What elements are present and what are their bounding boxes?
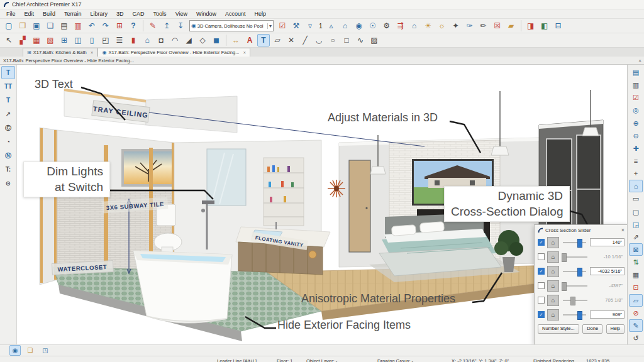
bedroom-door[interactable] (349, 160, 370, 252)
text-leader-icon[interactable]: ⇗ (629, 231, 643, 243)
sunlight-icon[interactable]: ☀ (422, 19, 435, 32)
frame-toggle-icon[interactable]: ▢ (629, 206, 643, 218)
section-value-field[interactable]: -10 1/16" (591, 253, 625, 260)
garage-door-tool-icon[interactable]: ◰ (99, 34, 112, 47)
menu-file[interactable]: File (3, 11, 19, 17)
appliance-tool-icon[interactable]: ◘ (155, 34, 167, 47)
slider-handle[interactable] (577, 239, 582, 248)
close-icon[interactable]: × (243, 50, 246, 55)
section-slider[interactable] (563, 285, 587, 287)
rich-text-tool-icon[interactable]: A (243, 34, 256, 47)
gazebo-roof-icon[interactable]: ◠ (169, 34, 181, 47)
section-checkbox[interactable]: ✓ (538, 239, 545, 246)
zoom-in-icon[interactable]: ⊕ (629, 117, 643, 129)
undo-icon[interactable]: ↶ (86, 19, 98, 32)
stairs-tool-icon[interactable]: ☰ (113, 34, 126, 47)
floor-down-icon[interactable]: ▿ (304, 19, 316, 32)
spray-tool-icon[interactable]: ✦ (450, 19, 462, 32)
camera-preset-dropdown[interactable]: ◉ 3D Camera, Dollhouse No Pool ▾ (189, 20, 274, 31)
disable-tool-icon[interactable]: ⊘ (629, 307, 643, 319)
arc-tool-icon[interactable]: ◡ (313, 34, 325, 47)
section-slider[interactable] (563, 300, 587, 301)
new-file-icon[interactable]: ▢ (3, 19, 15, 32)
dialog-close-icon[interactable]: × (621, 227, 625, 233)
menu-tools[interactable]: Tools (150, 11, 170, 17)
center-view-icon[interactable]: + (629, 167, 643, 180)
save-icon[interactable]: ▣ (30, 19, 43, 32)
grid-toggle-icon[interactable]: ▦ (629, 268, 643, 281)
tray-ceiling-soffit[interactable] (64, 89, 237, 133)
fencing-tool-icon[interactable]: ▧ (44, 34, 57, 47)
export-box-icon[interactable]: ◳ (40, 345, 51, 356)
text-style-tool-icon[interactable]: T (1, 66, 15, 79)
camera-history-icon[interactable]: ↺ (629, 332, 643, 344)
section-slider[interactable] (563, 314, 586, 315)
grid-snap-icon[interactable]: ⊡ (629, 281, 643, 293)
print-preview-icon[interactable]: ▥ (72, 19, 84, 32)
saved-camera-icon[interactable]: ◉ (9, 345, 21, 356)
export-picture-icon[interactable]: ↥ (160, 19, 173, 32)
menu-3d[interactable]: 3D (113, 11, 128, 17)
material-box-icon[interactable]: ❏ (25, 345, 36, 356)
chevron-down-icon[interactable]: ▾ (267, 23, 273, 29)
box-3d-icon[interactable]: ◼ (210, 34, 223, 47)
render-viewport[interactable]: TRAY CEILING 3X6 SUBWAY TILE WATERCLOSET… (17, 65, 627, 344)
print-icon[interactable]: ▤ (58, 19, 70, 32)
marker-tool-icon[interactable]: ✕ (285, 34, 297, 47)
close-icon[interactable]: × (91, 50, 94, 55)
axis-toggle-icon[interactable]: ⇅ (629, 256, 643, 268)
wall-tool-icon[interactable]: ▞ (16, 34, 29, 47)
mouse-orbit-icon[interactable]: ☉ (367, 19, 379, 32)
section-checkbox[interactable]: ✓ (538, 282, 545, 289)
dialog-title-bar[interactable]: Cross Section Slider × (535, 225, 627, 235)
slider-handle[interactable] (570, 297, 575, 305)
menu-build[interactable]: Build (39, 11, 59, 17)
section-checkbox[interactable]: ✓ (538, 311, 545, 318)
spline-tool-icon[interactable]: ∿ (354, 34, 367, 47)
slider-handle[interactable] (577, 268, 582, 277)
adjust-tools-icon[interactable]: ⚒ (290, 19, 303, 32)
menu-view[interactable]: View (172, 11, 191, 17)
display-options-icon[interactable]: ⌂ (629, 180, 643, 192)
open-file-icon[interactable]: ❐ (16, 19, 29, 32)
done-button[interactable]: Done (582, 324, 602, 334)
menu-cad[interactable]: CAD (129, 11, 148, 17)
slider-handle[interactable] (562, 282, 567, 291)
wall-painting[interactable] (121, 149, 175, 187)
text-macro-icon[interactable]: T: (1, 163, 15, 176)
section-slider[interactable] (563, 256, 587, 258)
help-icon[interactable]: ? (127, 19, 140, 32)
fixture-tool-icon[interactable]: ⌂ (141, 34, 153, 47)
freestanding-tub[interactable] (133, 251, 232, 323)
callout-icon[interactable]: Ⓒ (1, 121, 15, 134)
section-checkbox[interactable]: ✓ (538, 253, 545, 260)
section-value-field[interactable]: -4032 5/16" (590, 267, 625, 275)
menu-terrain[interactable]: Terrain (60, 11, 86, 17)
delete-object-icon[interactable]: ☒ (491, 19, 504, 32)
material-edit-icon[interactable]: ✎ (629, 319, 643, 332)
marker-defaults-icon[interactable]: ⊠ (629, 243, 643, 256)
circle-tool-icon[interactable]: ○ (326, 34, 339, 47)
active-view-settings-icon[interactable]: ☑ (629, 91, 643, 104)
cad-block-icon[interactable]: ▨ (368, 34, 380, 47)
number-style-button[interactable]: Number Style... (538, 324, 579, 334)
marker-icon[interactable]: ◔ (1, 135, 15, 148)
annotation-anisotropic[interactable]: Anisotropic Material Properties (301, 292, 455, 305)
section-value-field[interactable]: 705 1/8" (591, 297, 625, 304)
pan-window-icon[interactable]: ◎ (629, 104, 643, 116)
overview-camera-icon[interactable]: ⌂ (339, 19, 352, 32)
tab-kitchen-bath[interactable]: ⊞ X17-Bath: Kitchen & Bath × (23, 48, 97, 57)
annotation-dim-lights[interactable]: Dim Lights at Switch (23, 162, 110, 197)
text-tool-icon[interactable]: T (257, 34, 270, 47)
bed[interactable] (379, 213, 501, 276)
window-tool-icon[interactable]: ⊞ (58, 34, 70, 47)
library-browser-icon[interactable]: ▤ (629, 66, 643, 79)
camera-settings-icon[interactable]: ⚙ (380, 19, 393, 32)
starburst-decor[interactable] (328, 180, 345, 197)
fill-window-icon[interactable]: ✚ (629, 142, 643, 155)
menu-help[interactable]: Help (251, 11, 270, 17)
ruler-toggle-icon[interactable]: ▭ (629, 192, 643, 205)
redo-icon[interactable]: ↷ (99, 19, 112, 32)
number-style-icon[interactable]: ⊙ (1, 177, 15, 190)
rich-text-icon[interactable]: TT (1, 80, 15, 93)
